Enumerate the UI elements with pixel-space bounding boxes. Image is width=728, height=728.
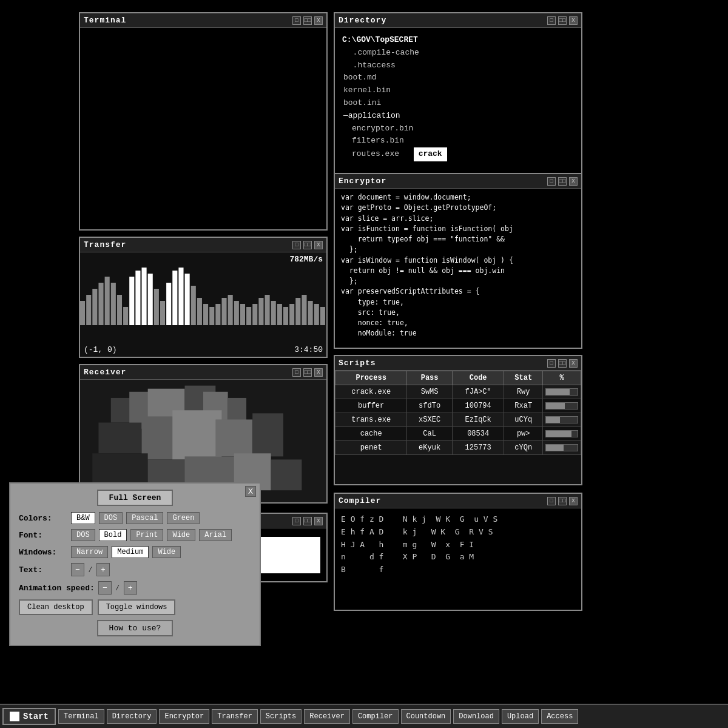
svg-rect-37 [308, 301, 313, 325]
start-button[interactable]: Start [2, 708, 56, 725]
font-wide-button[interactable]: Wide [167, 529, 195, 541]
scripts-progress [543, 427, 581, 441]
encryptor-window[interactable]: Encryptor □ □□ X var document = window.d… [334, 173, 582, 349]
receiver-close[interactable]: X [314, 368, 323, 377]
window-medium-button[interactable]: Medium [112, 546, 149, 558]
scripts-close[interactable]: X [569, 359, 578, 368]
svg-rect-38 [314, 304, 319, 325]
terminal-close[interactable]: X [314, 16, 323, 25]
compiler-window[interactable]: Compiler □ □□ X E O f z D N k j W K G u … [334, 493, 582, 611]
taskbar-scripts[interactable]: Scripts [260, 709, 302, 724]
scripts-progress [543, 399, 581, 413]
settings-bottom-row: Clean desktop Toggle windows [19, 599, 251, 615]
transfer-titlebar: Transfer □ □□ X [80, 238, 326, 252]
taskbar-transfer[interactable]: Transfer [212, 709, 258, 724]
window-wide-button[interactable]: Wide [152, 546, 181, 558]
font-arial-button[interactable]: Arial [199, 529, 232, 541]
scripts-col-stat: Stat [504, 371, 543, 385]
svg-rect-22 [215, 304, 220, 325]
color-dos-button[interactable]: DOS [99, 512, 123, 524]
svg-rect-9 [135, 271, 140, 325]
scripts-pass: xSXEC [407, 413, 453, 427]
svg-rect-6 [117, 295, 122, 325]
crack-badge[interactable]: crack [414, 147, 447, 161]
terminal-maximize[interactable]: □□ [303, 16, 312, 25]
svg-rect-33 [283, 307, 288, 325]
svg-rect-8 [129, 277, 134, 325]
compiler-close[interactable]: X [569, 497, 578, 505]
encryptor-content: var document = window.document; var getP… [335, 189, 581, 348]
small-minimize[interactable]: □ [292, 517, 301, 525]
scripts-minimize[interactable]: □ [547, 359, 556, 368]
compiler-maximize[interactable]: □□ [558, 497, 567, 505]
toggle-windows-button[interactable]: Toggle windows [98, 599, 176, 615]
scripts-process: cache [335, 427, 407, 441]
taskbar-receiver[interactable]: Receiver [304, 709, 350, 724]
scripts-progress [543, 441, 581, 455]
compiler-controls: □ □□ X [547, 497, 578, 505]
text-label: Text: [19, 565, 67, 575]
anim-plus-button[interactable]: + [124, 581, 137, 595]
receiver-minimize[interactable]: □ [292, 368, 301, 377]
transfer-controls: □ □□ X [292, 241, 323, 249]
directory-minimize[interactable]: □ [547, 16, 556, 25]
anim-minus-button[interactable]: − [98, 581, 112, 595]
fullscreen-button[interactable]: Full Screen [97, 490, 174, 506]
font-dos-button[interactable]: DOS [71, 529, 95, 541]
transfer-maximize[interactable]: □□ [303, 241, 312, 249]
directory-close[interactable]: X [569, 16, 578, 25]
svg-rect-12 [154, 289, 159, 325]
small-controls: □ □□ X [292, 517, 323, 525]
scripts-process: crack.exe [335, 385, 407, 399]
taskbar-access[interactable]: Access [541, 709, 578, 724]
small-maximize[interactable]: □□ [303, 517, 312, 525]
encryptor-maximize[interactable]: □□ [558, 177, 567, 186]
directory-window[interactable]: Directory □ □□ X C:\GOV\TopSECRET .compi… [334, 12, 582, 179]
encryptor-controls: □ □□ X [547, 177, 578, 186]
directory-maximize[interactable]: □□ [558, 16, 567, 25]
settings-close-button[interactable]: X [245, 486, 256, 497]
svg-rect-3 [98, 283, 103, 325]
svg-rect-26 [240, 304, 245, 325]
compiler-content: E O f z D N k j W K G u V S E h f A D k … [335, 508, 581, 610]
terminal-minimize[interactable]: □ [292, 16, 301, 25]
encryptor-minimize[interactable]: □ [547, 177, 556, 186]
terminal-window[interactable]: Terminal □ □□ X [79, 12, 328, 231]
color-green-button[interactable]: Green [167, 512, 200, 524]
transfer-minimize[interactable]: □ [292, 241, 301, 249]
color-pascal-button[interactable]: Pascal [126, 512, 163, 524]
settings-font-row: Font: DOS Bold Print Wide Arial [19, 529, 251, 541]
scripts-content: Process Pass Code Stat % crack.exe SwMS … [335, 371, 581, 484]
font-bold-button[interactable]: Bold [99, 529, 127, 541]
scripts-maximize[interactable]: □□ [558, 359, 567, 368]
svg-rect-25 [234, 301, 239, 325]
scripts-title: Scripts [339, 359, 376, 368]
transfer-close[interactable]: X [314, 241, 323, 249]
taskbar-download[interactable]: Download [453, 709, 499, 724]
scripts-window[interactable]: Scripts □ □□ X Process Pass Code Stat % … [334, 355, 582, 485]
window-narrow-button[interactable]: Narrow [71, 546, 108, 558]
taskbar-directory[interactable]: Directory [107, 709, 157, 724]
text-plus-button[interactable]: + [96, 563, 110, 576]
svg-rect-29 [258, 298, 263, 325]
taskbar: Start Terminal Directory Encryptor Trans… [0, 704, 728, 728]
anim-label: Animation speed: [19, 584, 95, 593]
color-bw-button[interactable]: B&W [71, 512, 95, 524]
text-minus-button[interactable]: − [71, 563, 84, 576]
small-close[interactable]: X [314, 517, 323, 525]
transfer-window[interactable]: Transfer □ □□ X 782MB/s [79, 237, 328, 358]
scripts-process: buffer [335, 399, 407, 413]
how-to-use-button[interactable]: How to use? [97, 620, 174, 636]
font-label: Font: [19, 531, 67, 540]
taskbar-upload[interactable]: Upload [502, 709, 539, 724]
receiver-maximize[interactable]: □□ [303, 368, 312, 377]
transfer-coords: (-1, 0) [84, 345, 117, 354]
compiler-minimize[interactable]: □ [547, 497, 556, 505]
taskbar-encryptor[interactable]: Encryptor [159, 709, 209, 724]
taskbar-terminal[interactable]: Terminal [58, 709, 104, 724]
encryptor-close[interactable]: X [569, 177, 578, 186]
taskbar-compiler[interactable]: Compiler [352, 709, 399, 724]
clean-desktop-button[interactable]: Clean desktop [19, 599, 93, 615]
font-print-button[interactable]: Print [130, 529, 163, 541]
taskbar-countdown[interactable]: Countdown [401, 709, 451, 724]
